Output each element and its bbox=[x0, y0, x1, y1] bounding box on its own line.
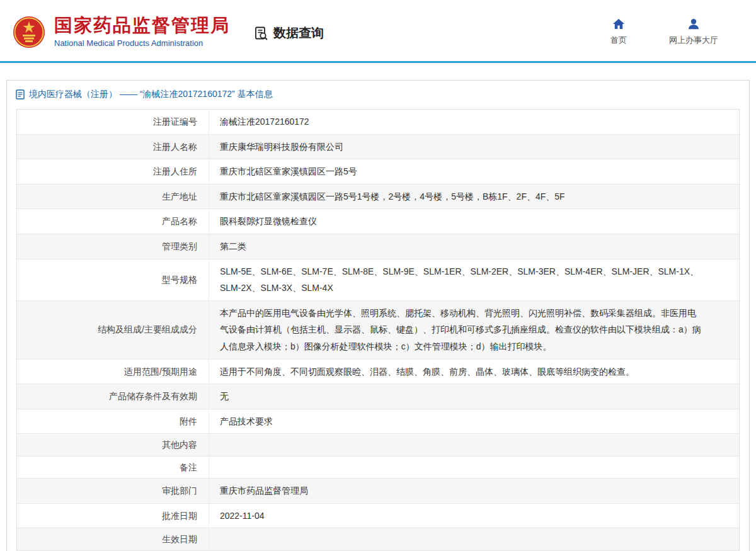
brand-text: 国家药品监督管理局 National Medical Products Admi… bbox=[54, 16, 230, 48]
panel-title: 境内医疗器械（注册） —— “渝械注准20172160172” 基本信息 bbox=[7, 81, 749, 108]
row-value: 本产品中的医用电气设备由光学体、照明系统、腮托架、移动机构、背光照明、闪光照明补… bbox=[209, 301, 739, 359]
national-emblem-logo bbox=[13, 16, 45, 48]
row-label: 注册人名称 bbox=[17, 135, 209, 159]
table-row: 适用范围/预期用途适用于不同角度、不同切面观察眼睑、泪器、结膜、角膜、前房、晶体… bbox=[17, 360, 739, 385]
row-value: 无 bbox=[209, 384, 739, 409]
row-label: 管理类别 bbox=[17, 234, 209, 259]
row-value: SLM-5E、SLM-6E、SLM-7E、SLM-8E、SLM-9E、SLM-1… bbox=[209, 259, 739, 300]
row-value: 第二类 bbox=[209, 234, 739, 259]
row-label: 批准日期 bbox=[17, 504, 209, 528]
row-value: 重庆市北碚区童家溪镇园区一路5号1号楼，2号楼，4号楼，5号楼，B栋1F、2F、… bbox=[209, 185, 739, 209]
row-label: 注册人住所 bbox=[17, 159, 209, 184]
row-value: 重庆市药品监督管理局 bbox=[209, 479, 739, 503]
row-label: 生产地址 bbox=[17, 185, 209, 209]
table-row: 产品储存条件及有效期无 bbox=[17, 384, 739, 409]
row-value: 眼科裂隙灯显微镜检查仪 bbox=[209, 209, 739, 234]
row-label: 结构及组成/主要组成成分 bbox=[17, 301, 209, 359]
table-row: 管理类别第二类 bbox=[17, 234, 739, 259]
panel-title-text: 境内医疗器械（注册） —— “渝械注准20172160172” 基本信息 bbox=[29, 89, 273, 100]
nav-online-hall-label: 网上办事大厅 bbox=[669, 35, 718, 46]
row-value: 重庆市北碚区童家溪镇园区一路5号 bbox=[209, 159, 739, 184]
content: 境内医疗器械（注册） —— “渝械注准20172160172” 基本信息 注册证… bbox=[6, 80, 750, 551]
nav-home-label: 首页 bbox=[610, 35, 627, 46]
row-label: 备注 bbox=[17, 457, 209, 478]
row-label: 附件 bbox=[17, 409, 209, 434]
table-row: 附件产品技术要求 bbox=[17, 409, 739, 435]
info-table: 注册证编号渝械注准20172160172注册人名称重庆康华瑞明科技股份有限公司注… bbox=[16, 109, 740, 551]
row-value bbox=[209, 528, 739, 550]
row-label: 产品名称 bbox=[17, 209, 209, 234]
document-icon bbox=[16, 89, 25, 99]
page-header: 国家药品监督管理局 National Medical Products Admi… bbox=[0, 0, 756, 61]
org-name-en: National Medical Products Administration bbox=[54, 38, 230, 48]
row-label: 适用范围/预期用途 bbox=[17, 360, 209, 384]
table-row: 结构及组成/主要组成成分本产品中的医用电气设备由光学体、照明系统、腮托架、移动机… bbox=[17, 301, 739, 360]
row-value: 渝械注准20172160172 bbox=[209, 110, 739, 134]
nav-home[interactable]: 首页 bbox=[602, 18, 635, 46]
row-label: 审批部门 bbox=[17, 479, 209, 503]
row-value: 产品技术要求 bbox=[209, 409, 739, 434]
table-row: 生产地址重庆市北碚区童家溪镇园区一路5号1号楼，2号楼，4号楼，5号楼，B栋1F… bbox=[17, 185, 739, 210]
header-divider bbox=[0, 61, 756, 63]
org-name-cn: 国家药品监督管理局 bbox=[54, 16, 230, 36]
row-value: 重庆康华瑞明科技股份有限公司 bbox=[209, 135, 739, 159]
header-nav: 首页 网上办事大厅 bbox=[602, 18, 718, 46]
row-label: 生效日期 bbox=[17, 528, 209, 550]
table-row: 注册证编号渝械注准20172160172 bbox=[17, 110, 739, 135]
row-value bbox=[209, 457, 739, 478]
person-icon bbox=[687, 18, 700, 30]
row-label: 其他内容 bbox=[17, 434, 209, 455]
row-label: 注册证编号 bbox=[17, 110, 209, 134]
table-row: 批准日期2022-11-04 bbox=[17, 504, 739, 529]
data-query-heading: 数据查询 bbox=[254, 25, 324, 42]
table-row: 型号规格SLM-5E、SLM-6E、SLM-7E、SLM-8E、SLM-9E、S… bbox=[17, 259, 739, 301]
row-label: 型号规格 bbox=[17, 259, 209, 300]
registration-panel: 境内医疗器械（注册） —— “渝械注准20172160172” 基本信息 注册证… bbox=[6, 80, 750, 551]
table-row: 审批部门重庆市药品监督管理局 bbox=[17, 479, 739, 504]
row-value bbox=[209, 434, 739, 455]
table-row: 注册人名称重庆康华瑞明科技股份有限公司 bbox=[17, 135, 739, 160]
table-row: 其他内容 bbox=[17, 434, 739, 456]
brand: 国家药品监督管理局 National Medical Products Admi… bbox=[13, 16, 230, 48]
home-icon bbox=[612, 18, 625, 30]
nav-online-hall[interactable]: 网上办事大厅 bbox=[669, 18, 718, 46]
table-row: 备注 bbox=[17, 457, 739, 479]
table-row: 产品名称眼科裂隙灯显微镜检查仪 bbox=[17, 209, 739, 234]
data-query-icon bbox=[254, 26, 269, 41]
row-value: 适用于不同角度、不同切面观察眼睑、泪器、结膜、角膜、前房、晶体、玻璃体、眼底等组… bbox=[209, 360, 739, 384]
row-value: 2022-11-04 bbox=[209, 504, 739, 528]
row-label: 产品储存条件及有效期 bbox=[17, 384, 209, 409]
table-row: 注册人住所重庆市北碚区童家溪镇园区一路5号 bbox=[17, 159, 739, 185]
table-row: 生效日期 bbox=[17, 528, 739, 550]
data-query-label: 数据查询 bbox=[273, 25, 324, 42]
